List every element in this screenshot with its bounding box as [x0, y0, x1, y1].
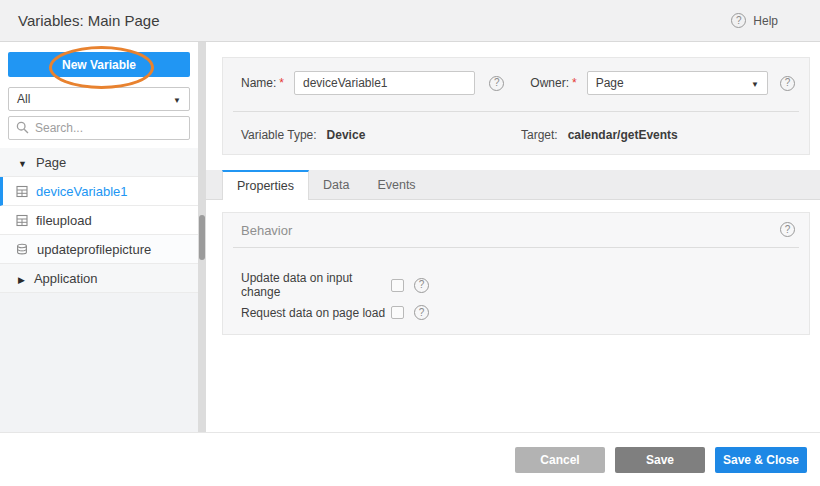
variable-filter-value: All [17, 92, 30, 106]
request-data-checkbox[interactable] [391, 306, 404, 319]
variable-type-label: Variable Type: [241, 128, 317, 142]
option-request-data-on-page-load: Request data on page load [241, 305, 429, 320]
sidebar-item-fileupload[interactable]: fileupload [0, 206, 198, 235]
owner-help-icon[interactable] [780, 76, 795, 91]
behavior-separator [233, 247, 799, 248]
help-icon [731, 13, 746, 28]
variable-name-input[interactable] [294, 71, 475, 95]
detail-tabbar: Properties Data Events [206, 170, 820, 200]
page-title: Variables: Main Page [18, 12, 159, 29]
help-label: Help [753, 14, 778, 28]
save-button[interactable]: Save [615, 447, 705, 473]
owner-select[interactable]: Page [587, 71, 768, 95]
variable-summary-card: Name: * Owner: * Page Variable Type: Dev… [222, 57, 810, 155]
target-group: Target: calendar/getEvents [521, 128, 678, 142]
option-update-data-on-input-change: Update data on input change [241, 271, 429, 299]
sidebar-item-devicevariable1[interactable]: deviceVariable1 [0, 177, 198, 206]
caret-right-icon[interactable] [18, 271, 25, 286]
variable-type-value: Device [327, 128, 366, 142]
required-marker: * [279, 76, 284, 90]
help-button[interactable]: Help [731, 13, 778, 28]
tree-item-label: deviceVariable1 [36, 184, 128, 199]
name-help-icon[interactable] [489, 76, 504, 91]
cancel-button[interactable]: Cancel [515, 447, 605, 473]
caret-down-icon[interactable] [18, 155, 27, 170]
dialog-footer: Cancel Save Save & Close [0, 432, 820, 486]
target-label: Target: [521, 128, 558, 142]
target-value: calendar/getEvents [568, 128, 678, 142]
tab-events[interactable]: Events [363, 170, 429, 199]
owner-select-value: Page [596, 76, 624, 90]
form-separator [233, 111, 799, 112]
variables-sidebar: New Variable All Page [0, 42, 198, 432]
required-marker: * [572, 76, 577, 90]
update-data-checkbox[interactable] [391, 279, 404, 292]
variables-tree: Page deviceVariable1 [0, 148, 198, 293]
sidebar-scrollbar-thumb[interactable] [199, 215, 205, 260]
new-variable-button[interactable]: New Variable [8, 52, 190, 77]
sidebar-item-application[interactable]: Application [0, 264, 198, 293]
variable-filter-select[interactable]: All [8, 87, 190, 111]
tab-properties[interactable]: Properties [222, 170, 309, 200]
save-and-close-button[interactable]: Save & Close [715, 447, 807, 473]
variable-type-group: Variable Type: Device [241, 128, 365, 142]
search-box [8, 116, 190, 140]
name-owner-row: Name: * Owner: * Page [241, 71, 795, 95]
device-variable-icon [16, 185, 28, 198]
tab-data[interactable]: Data [309, 170, 363, 199]
behavior-help-icon[interactable] [780, 222, 795, 237]
behavior-section-title: Behavior [241, 223, 292, 238]
chevron-down-icon [173, 92, 181, 106]
option-label: Update data on input change [241, 271, 391, 299]
service-variable-icon [16, 243, 29, 256]
name-label: Name: [241, 76, 276, 90]
tree-group-label: Page [36, 155, 66, 170]
request-data-help-icon[interactable] [414, 305, 429, 320]
sidebar-item-updateprofilepicture[interactable]: updateprofilepicture [0, 235, 198, 264]
dialog-header: Variables: Main Page Help [0, 0, 820, 42]
variables-dialog: Variables: Main Page Help New Variable A… [0, 0, 820, 486]
update-data-help-icon[interactable] [414, 278, 429, 293]
tree-group-label: Application [34, 271, 98, 286]
behavior-section: Behavior Update data on input change Req… [222, 212, 810, 335]
device-variable-icon [16, 214, 28, 227]
sidebar-item-page[interactable]: Page [0, 148, 198, 177]
tree-item-label: fileupload [36, 213, 92, 228]
option-label: Request data on page load [241, 306, 391, 320]
chevron-down-icon [751, 76, 759, 90]
search-input[interactable] [8, 116, 190, 140]
owner-label: Owner: [530, 76, 569, 90]
variable-detail-panel: Name: * Owner: * Page Variable Type: Dev… [206, 42, 820, 432]
tree-item-label: updateprofilepicture [37, 242, 151, 257]
sidebar-divider [198, 42, 206, 432]
